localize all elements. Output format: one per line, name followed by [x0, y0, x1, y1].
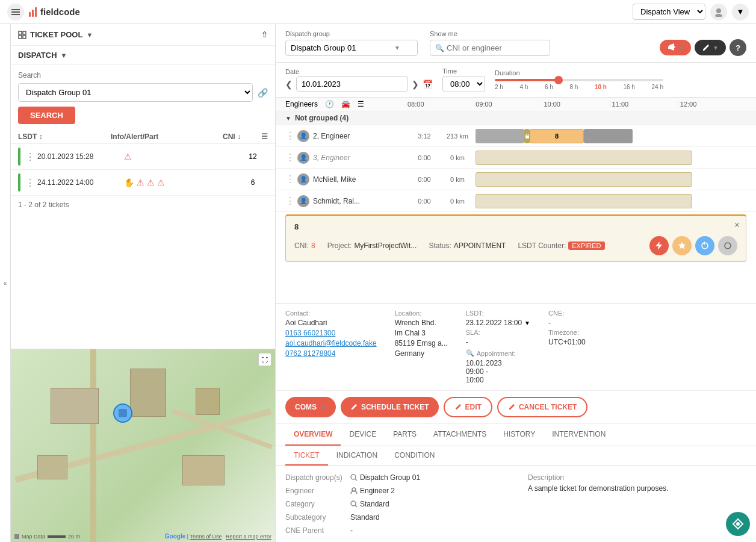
- ticket-pool-chevron[interactable]: ▼: [86, 31, 93, 39]
- view-selector[interactable]: Dispatch View Map View List View: [633, 4, 705, 20]
- coms-button[interactable]: COMS ▼: [285, 397, 336, 417]
- ticket-count: 1 - 2 of 2 tickets: [11, 196, 275, 214]
- lsdt-sort-icon[interactable]: ↕: [39, 132, 43, 141]
- fieldcode-watermark: [726, 512, 750, 536]
- engineer-row[interactable]: ⋮ 👤 Schmidt, Ral... 0:00 0 km: [276, 190, 756, 212]
- contact-phone[interactable]: 0163 66021300: [285, 329, 377, 337]
- tab-overview[interactable]: OVERVIEW: [285, 424, 341, 446]
- engineers-task-icon: ☰: [358, 100, 364, 108]
- group-row[interactable]: ▼ Not grouped (4): [276, 111, 756, 125]
- popup-lightning-btn[interactable]: [649, 236, 669, 255]
- contact-phone2[interactable]: 0762 81278804: [285, 349, 377, 358]
- date-section: Date ❮ ❯ 📅: [285, 68, 433, 92]
- contact-email[interactable]: aoi.caudhari@fieldcode.fake: [285, 339, 377, 347]
- user-avatar[interactable]: [710, 4, 727, 20]
- row-dots-menu[interactable]: ⋮: [25, 177, 35, 188]
- sub-tab-indication[interactable]: INDICATION: [328, 446, 386, 466]
- popup-cni-value[interactable]: 8: [311, 241, 315, 250]
- engineer-row[interactable]: ⋮ 👤 2, Engineer 3:12 213 km 8: [276, 125, 756, 147]
- schedule-ticket-button[interactable]: SCHEDULE TICKET: [341, 397, 439, 417]
- popup-cni: CNI: 8: [294, 236, 315, 255]
- dispatch-group-dropdown[interactable]: Dispatch Group 01: [18, 83, 253, 102]
- pencil-icon: [702, 43, 710, 52]
- pencil-button[interactable]: ▼: [695, 40, 726, 55]
- tab-device[interactable]: DEVICE: [341, 424, 385, 446]
- engineer-avatar: 👤: [297, 173, 309, 185]
- lsdt-value: 20.01.2023 15:28: [37, 152, 122, 161]
- category-label: Category: [285, 500, 345, 508]
- ticket-popup-close[interactable]: ×: [734, 220, 740, 231]
- contact-section: Contact: Aoi Caudhari 0163 66021300 aoi.…: [285, 310, 377, 384]
- topbar: fieldcode Dispatch View Map View List Vi…: [0, 0, 756, 24]
- timeline-block-locked: [476, 151, 692, 165]
- help-button[interactable]: ?: [730, 39, 746, 56]
- dispatch-group-label: Dispatch group(s): [285, 473, 345, 482]
- popup-status-label: Status:: [429, 241, 451, 250]
- filter-icon[interactable]: ☰: [261, 132, 268, 141]
- map-marker[interactable]: [113, 403, 132, 423]
- collapse-arrow[interactable]: ⇧: [261, 30, 268, 39]
- engineer-dots-menu[interactable]: ⋮: [285, 130, 295, 142]
- popup-project-value: MyFirstProjectWit...: [354, 241, 417, 250]
- engineer-row[interactable]: ⋮ 👤 McNiell, Mike 0:00 0 km: [276, 169, 756, 190]
- slider-thumb[interactable]: [554, 76, 563, 84]
- popup-circle-btn[interactable]: [718, 236, 737, 255]
- table-row[interactable]: ⋮ 20.01.2023 15:28 ⚠ 12: [11, 144, 275, 170]
- sub-tab-ticket[interactable]: TICKET: [285, 446, 328, 466]
- announce-button[interactable]: ▼: [660, 40, 691, 55]
- tab-history[interactable]: HISTORY: [495, 424, 544, 446]
- tab-intervention[interactable]: INTERVENTION: [544, 424, 614, 446]
- tab-parts[interactable]: PARTS: [385, 424, 425, 446]
- terms-of-use[interactable]: Terms of Use: [190, 534, 222, 540]
- alert-icon4: ⚠: [157, 178, 165, 187]
- location-label: Location:: [395, 310, 448, 317]
- sub-tab-condition[interactable]: CONDITION: [386, 446, 443, 466]
- engineer-dots-menu[interactable]: ⋮: [285, 173, 295, 185]
- popup-lsdt-counter-badge: EXPIRED: [568, 241, 604, 250]
- timeline-block-ticket[interactable]: 8: [530, 129, 584, 143]
- topbar-chevron-down[interactable]: ▼: [732, 4, 749, 20]
- duration-slider[interactable]: [495, 79, 663, 81]
- date-prev-arrow[interactable]: ❮: [285, 79, 293, 89]
- report-label[interactable]: Report a map error: [226, 534, 271, 540]
- engineer-name: 3, Engineer: [313, 154, 409, 162]
- table-row[interactable]: ⋮ 24.11.2022 14:00 ✋ ⚠ ⚠ ⚠ 6: [11, 170, 275, 196]
- popup-refresh-btn[interactable]: [695, 236, 714, 255]
- sidebar-collapse-btn[interactable]: «: [0, 24, 11, 542]
- engineer-row-detail: Engineer Engineer 2: [285, 487, 504, 495]
- date-input[interactable]: [296, 76, 408, 92]
- search-button[interactable]: SEARCH: [18, 107, 75, 124]
- show-me-input[interactable]: [447, 43, 543, 52]
- info-column-header: Info/Alert/Part: [111, 132, 220, 141]
- dispatch-chevron[interactable]: ▼: [61, 52, 67, 59]
- map-footer-left: Map Data 20 m: [14, 534, 80, 540]
- link-icon[interactable]: 🔗: [258, 88, 268, 98]
- pencil-schedule-icon: [350, 403, 358, 411]
- engineer-dots-menu[interactable]: ⋮: [285, 152, 295, 163]
- popup-cni-label: CNI:: [294, 241, 309, 250]
- time-select[interactable]: 08:00 09:00 10:00: [442, 76, 485, 92]
- engineer-row[interactable]: ⋮ 👤 3, Engineer 0:00 0 km: [276, 147, 756, 169]
- cancel-ticket-button[interactable]: CANCEL TICKET: [497, 397, 587, 417]
- sidebar-toggle[interactable]: [7, 4, 24, 20]
- lsdt-chevron[interactable]: ▼: [524, 320, 530, 326]
- row-dots-menu[interactable]: ⋮: [25, 151, 35, 163]
- svg-line-14: [355, 479, 357, 481]
- dispatch-group-field[interactable]: Dispatch Group 01 ▼: [285, 40, 418, 56]
- calendar-icon[interactable]: 📅: [423, 79, 433, 89]
- map-expand-btn[interactable]: ⛶: [258, 353, 271, 366]
- detail-right: Description A sample ticket for demonstr…: [528, 473, 746, 535]
- dispatch-group-value-row: Dispatch Group 01: [350, 473, 420, 482]
- engineers-label: Engineers: [285, 100, 318, 108]
- cancel-icon: [508, 403, 515, 411]
- edit-button[interactable]: EDIT: [444, 397, 492, 417]
- cni-sort-icon[interactable]: ↓: [237, 132, 241, 141]
- popup-star-btn[interactable]: [672, 236, 692, 255]
- engineer-dots-menu[interactable]: ⋮: [285, 195, 295, 207]
- date-next-arrow[interactable]: ❯: [412, 79, 419, 89]
- coms-dropdown-arrow: ▼: [320, 404, 326, 411]
- tab-attachments[interactable]: ATTACHMENTS: [425, 424, 495, 446]
- engineers-sort-icon[interactable]: 🕐: [325, 100, 334, 108]
- ticket-pool-label: TICKET POOL: [30, 30, 82, 39]
- timeline-block-locked: [476, 194, 692, 208]
